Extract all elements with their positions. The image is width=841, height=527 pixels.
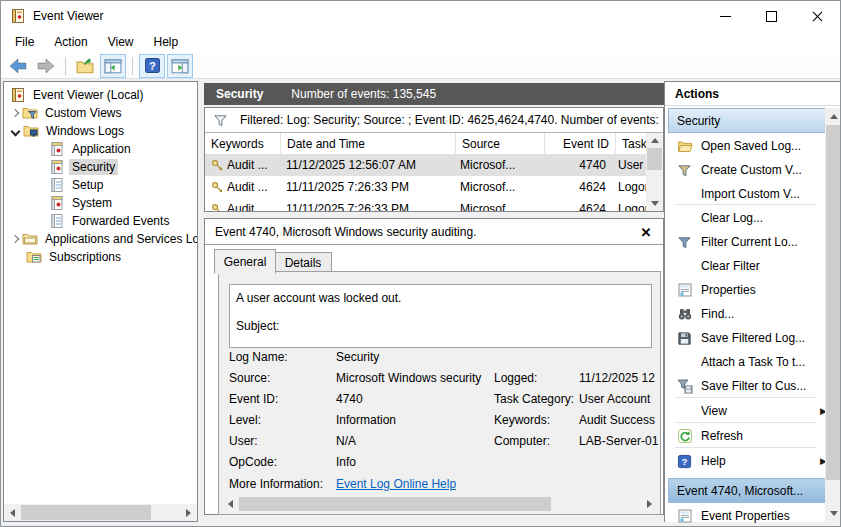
field-label: Level: <box>229 413 261 427</box>
expander-expanded-icon[interactable] <box>11 126 21 136</box>
expander-collapsed-icon[interactable] <box>11 109 19 117</box>
scroll-up-button[interactable] <box>646 133 663 148</box>
column-header-date-time[interactable]: Date and Time <box>281 133 456 154</box>
field-label: Source: <box>229 371 270 385</box>
column-header-source[interactable]: Source <box>456 133 545 154</box>
help-button[interactable] <box>139 54 165 78</box>
tree-item-security[interactable]: Security <box>49 158 198 176</box>
scroll-left-button[interactable] <box>222 496 238 512</box>
table-row[interactable]: Audit ... 11/12/2025 12:56:07 AM Microso… <box>205 154 646 176</box>
event-list-vertical-scrollbar[interactable] <box>646 133 663 211</box>
action-pane-toggle-icon <box>171 57 189 75</box>
event-detail-pane: Event 4740, Microsoft Windows security a… <box>204 218 664 515</box>
tree-item-setup[interactable]: Setup <box>49 176 198 194</box>
field-value-source: Microsoft Windows security <box>336 371 481 385</box>
scroll-right-button[interactable] <box>180 504 197 521</box>
event-log-icon <box>49 141 65 157</box>
action-clear-log[interactable]: Clear Log... <box>668 206 831 230</box>
tree-item-label: Forwarded Events <box>69 213 172 229</box>
action-help[interactable]: Help ▶ <box>668 449 831 473</box>
cell-task-category: User Acc... <box>612 158 646 172</box>
action-view[interactable]: View ▶ <box>668 399 831 423</box>
column-header-task-category[interactable]: Task Cate... <box>616 133 646 154</box>
action-label: Filter Current Lo... <box>701 235 831 249</box>
action-filter-current-log[interactable]: Filter Current Lo... <box>668 230 831 254</box>
column-header-keywords[interactable]: Keywords <box>205 133 281 154</box>
table-row[interactable]: Audit ... 11/11/2025 7:26:33 PM Microsof… <box>205 198 646 211</box>
back-icon <box>8 56 28 76</box>
custom-views-folder-icon <box>22 105 38 121</box>
cell-event-id: 4740 <box>542 158 612 172</box>
action-pane-toggle-button[interactable] <box>167 54 193 78</box>
cell-event-id: 4624 <box>542 202 612 211</box>
maximize-button[interactable] <box>748 1 794 31</box>
action-clear-filter[interactable]: Clear Filter <box>668 254 831 278</box>
action-event-properties[interactable]: Event Properties <box>668 504 831 527</box>
tree-item-system[interactable]: System <box>49 194 198 212</box>
tree-item-application[interactable]: Application <box>49 140 198 158</box>
action-label: Save Filter to Cus... <box>701 379 831 393</box>
menu-action[interactable]: Action <box>44 32 97 52</box>
cell-source: Microsof... <box>454 158 542 172</box>
table-row[interactable]: Audit ... 11/11/2025 7:26:33 PM Microsof… <box>205 176 646 198</box>
action-save-filter-to-custom-view[interactable]: Save Filter to Cus... <box>668 374 831 398</box>
action-find[interactable]: Find... <box>668 302 831 326</box>
action-create-custom-view[interactable]: Create Custom V... <box>668 158 831 182</box>
action-label: Import Custom V... <box>701 187 831 201</box>
cell-task-category: Logon <box>612 180 646 194</box>
actions-title: Actions <box>665 82 841 106</box>
scroll-up-button[interactable] <box>825 108 841 125</box>
action-refresh[interactable]: Refresh <box>668 424 831 448</box>
expander-collapsed-icon[interactable] <box>11 235 19 243</box>
field-label: User: <box>229 434 258 448</box>
app-icon <box>10 8 26 24</box>
scrollbar-thumb[interactable] <box>826 125 841 480</box>
scroll-right-button[interactable] <box>641 496 657 512</box>
detail-close-button[interactable]: ✕ <box>637 223 655 241</box>
field-value-log-name: Security <box>336 350 379 364</box>
scroll-down-button[interactable] <box>825 505 841 522</box>
tree-item-applications-and-services[interactable]: Applications and Services Lo <box>12 230 198 248</box>
console-tree-toggle-button[interactable] <box>100 54 126 78</box>
back-button[interactable] <box>5 54 31 78</box>
event-log-icon <box>49 195 65 211</box>
action-open-saved-log[interactable]: Open Saved Log... <box>668 134 831 158</box>
scrollbar-thumb[interactable] <box>239 497 551 511</box>
filter-notice-text: Filtered: Log: Security; Source: ; Event… <box>240 113 659 127</box>
tab-general[interactable]: General <box>214 249 276 274</box>
tree-item-event-viewer-local[interactable]: Event Viewer (Local) <box>10 86 198 104</box>
forward-button[interactable] <box>33 54 59 78</box>
section-header-security[interactable]: Security ▲ <box>668 108 841 133</box>
close-button[interactable] <box>794 1 840 31</box>
tree-item-label: Subscriptions <box>46 249 124 265</box>
menu-file[interactable]: File <box>5 32 44 52</box>
column-header-event-id[interactable]: Event ID <box>545 133 616 154</box>
field-value-logged: 11/12/2025 12 <box>579 371 655 385</box>
detail-horizontal-scrollbar[interactable] <box>222 496 657 512</box>
event-viewer-icon <box>10 87 26 103</box>
action-save-filtered-log[interactable]: Save Filtered Log... <box>668 326 831 350</box>
tree-item-windows-logs[interactable]: Windows Logs <box>12 122 198 140</box>
menu-help[interactable]: Help <box>144 32 189 52</box>
action-import-custom-view[interactable]: Import Custom V... <box>668 182 831 206</box>
event-description-box[interactable]: A user account was locked out. Subject: <box>229 284 652 348</box>
scrollbar-thumb[interactable] <box>21 505 151 520</box>
actions-vertical-scrollbar[interactable] <box>825 108 841 522</box>
action-properties[interactable]: Properties <box>668 278 831 302</box>
save-icon <box>677 331 692 346</box>
toolbar-separator <box>132 57 133 75</box>
scroll-down-button[interactable] <box>646 196 663 211</box>
tree-horizontal-scrollbar[interactable] <box>4 504 197 521</box>
section-header-event-4740[interactable]: Event 4740, Microsoft... ▲ <box>668 478 841 503</box>
scrollbar-thumb[interactable] <box>647 148 662 170</box>
action-label: Refresh <box>701 429 831 443</box>
tree-item-forwarded-events[interactable]: Forwarded Events <box>49 212 198 230</box>
export-log-button[interactable] <box>72 54 98 78</box>
tree-item-subscriptions[interactable]: Subscriptions <box>26 248 198 266</box>
minimize-button[interactable] <box>702 1 748 31</box>
tree-item-custom-views[interactable]: Custom Views <box>12 104 198 122</box>
menu-view[interactable]: View <box>98 32 144 52</box>
scroll-left-button[interactable] <box>4 504 21 521</box>
event-log-online-help-link[interactable]: Event Log Online Help <box>336 477 456 491</box>
action-attach-task[interactable]: Attach a Task To t... <box>668 350 831 374</box>
